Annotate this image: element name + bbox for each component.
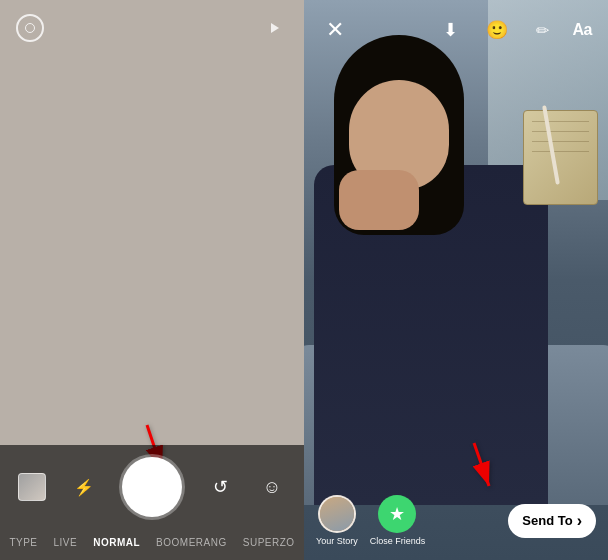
- svg-line-3: [474, 443, 489, 486]
- red-arrow-right-indicator: [459, 438, 519, 502]
- download-button[interactable]: ⬇: [435, 14, 467, 46]
- send-to-chevron: ›: [577, 512, 582, 530]
- sticker-button[interactable]: 🙂: [481, 14, 513, 46]
- camera-top-bar: [0, 0, 304, 56]
- shutter-button[interactable]: [122, 457, 182, 517]
- preview-bottom-bar: Your Story ★ Close Friends Send To ›: [304, 485, 608, 560]
- flip-view-button[interactable]: [260, 14, 288, 42]
- mode-bar: TYPE LIVE NORMAL BOOMERANG SUPERZO: [0, 529, 304, 560]
- send-to-button[interactable]: Send To ›: [508, 504, 596, 538]
- mode-boomerang[interactable]: BOOMERANG: [156, 537, 227, 548]
- mode-superzoom[interactable]: SUPERZO: [243, 537, 295, 548]
- your-story-avatar: [318, 495, 356, 533]
- effects-button[interactable]: ☺: [258, 473, 286, 501]
- your-story-option[interactable]: Your Story: [316, 495, 358, 546]
- mode-live[interactable]: LIVE: [54, 537, 78, 548]
- send-to-label: Send To: [522, 513, 572, 528]
- gallery-button[interactable]: [18, 473, 46, 501]
- close-friends-avatar: ★: [378, 495, 416, 533]
- close-button[interactable]: ✕: [320, 15, 350, 45]
- lightning-button[interactable]: ⚡: [70, 473, 98, 501]
- story-options: Your Story ★ Close Friends: [316, 495, 425, 546]
- camera-controls: ⚡ ↺ ☺: [0, 445, 304, 529]
- photo-preview-panel: ✕ ⬇ 🙂 ✏ Aa: [304, 0, 608, 560]
- top-action-icons: ⬇ 🙂 ✏ Aa: [435, 14, 592, 46]
- close-friends-option[interactable]: ★ Close Friends: [370, 495, 426, 546]
- flip-camera-button[interactable]: ↺: [206, 473, 234, 501]
- star-icon: ★: [389, 503, 405, 525]
- preview-top-bar: ✕ ⬇ 🙂 ✏ Aa: [304, 0, 608, 60]
- mode-type[interactable]: TYPE: [9, 537, 37, 548]
- close-friends-label: Close Friends: [370, 536, 426, 546]
- your-story-label: Your Story: [316, 536, 358, 546]
- camera-panel: ⚡ ↺ ☺ TYPE LIVE NORMAL BOOMERANG SUPERZO: [0, 0, 304, 560]
- draw-button[interactable]: ✏: [527, 14, 559, 46]
- mode-normal[interactable]: NORMAL: [93, 537, 140, 548]
- text-button[interactable]: Aa: [573, 21, 592, 39]
- settings-button[interactable]: [16, 14, 44, 42]
- camera-bottom: ⚡ ↺ ☺ TYPE LIVE NORMAL BOOMERANG SUPERZO: [0, 445, 304, 560]
- photo-background: [304, 0, 608, 560]
